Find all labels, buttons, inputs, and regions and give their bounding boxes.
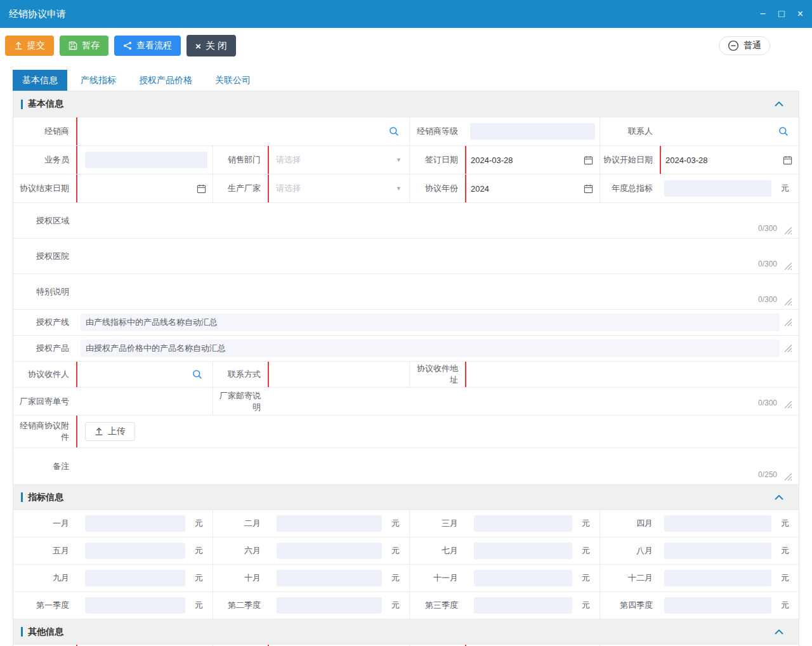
auth-hospital-textarea[interactable]: 0/300 <box>77 239 799 274</box>
row-return-no: 厂家回寄单号 厂家邮寄说明 0/300 <box>13 387 799 415</box>
month-feb-label: 二月 <box>213 510 268 537</box>
month-nov-input[interactable] <box>474 570 572 586</box>
month-may-input[interactable] <box>85 543 185 559</box>
quarter-3-input[interactable] <box>474 597 572 614</box>
tab-product-line-targets[interactable]: 产线指标 <box>71 70 126 91</box>
month-oct-input[interactable] <box>277 570 382 586</box>
chevron-up-icon[interactable] <box>775 630 783 635</box>
month-dec-input[interactable] <box>664 570 771 586</box>
priority-button[interactable]: 普通 <box>719 36 770 55</box>
resize-handle[interactable] <box>784 319 792 327</box>
auth-region-textarea[interactable]: 0/300 <box>77 203 799 238</box>
month-aug-input[interactable] <box>664 543 771 559</box>
row-remark: 备注 0/250 <box>13 447 799 484</box>
search-icon[interactable] <box>389 126 399 136</box>
section-header-indicator[interactable]: 指标信息 <box>13 484 799 510</box>
submit-button[interactable]: 提交 <box>5 36 54 56</box>
resize-handle[interactable] <box>784 262 792 270</box>
start-date-input[interactable]: 2024-03-28 <box>660 146 799 174</box>
row-attachment: 经销商协议附件 上传 <box>13 415 799 447</box>
calendar-icon <box>584 155 593 165</box>
manufacturer-select[interactable]: 请选择 ▼ <box>268 175 410 202</box>
month-feb-input[interactable] <box>277 515 382 532</box>
sales-dept-label: 销售部门 <box>213 146 268 174</box>
tab-related-company[interactable]: 关联公司 <box>206 70 260 91</box>
month-jan-input[interactable] <box>85 515 185 532</box>
chevron-up-icon[interactable] <box>775 102 783 107</box>
month-mar-label: 三月 <box>410 510 466 537</box>
dealer-grade-input[interactable] <box>470 123 595 140</box>
row-recipient: 协议收件人 联系方式 协议收件地址 <box>13 361 799 387</box>
unit-label: 元 <box>190 600 213 611</box>
mail-note-textarea[interactable]: 0/300 <box>268 388 799 415</box>
resize-handle[interactable] <box>784 400 792 409</box>
close-button[interactable]: × <box>797 9 803 19</box>
tab-basic-info[interactable]: 基本信息 <box>13 70 67 91</box>
save-icon <box>69 41 77 50</box>
row-months-3: 九月 元 十月 元 十一月 元 十二月 元 <box>13 564 799 591</box>
contact-search-input[interactable] <box>660 117 799 145</box>
remark-textarea[interactable]: 0/250 <box>77 448 799 484</box>
dealer-grade-cell <box>466 117 600 145</box>
quarter-1-input[interactable] <box>85 597 185 614</box>
save-draft-button[interactable]: 暂存 <box>60 36 108 56</box>
row-salesman: 业务员 销售部门 请选择 ▼ 签订日期 2024-03-28 协议开始日期 20… <box>13 145 799 174</box>
resize-handle[interactable] <box>784 345 792 353</box>
resize-handle[interactable] <box>784 298 792 306</box>
section-title-basic: 基本信息 <box>28 98 63 110</box>
month-sep-input[interactable] <box>85 570 185 586</box>
row-special-note: 特别说明 0/300 <box>13 274 799 309</box>
month-sep-cell: 元 <box>77 565 213 591</box>
month-dec-cell: 元 <box>660 565 799 591</box>
year-input[interactable]: 2024 <box>466 175 600 202</box>
unit-label: 元 <box>577 572 599 584</box>
contact-way-input[interactable] <box>268 362 410 387</box>
auth-line-cell: 由产线指标中的产品线名称自动汇总 <box>77 310 799 335</box>
month-apr-input[interactable] <box>664 515 771 532</box>
row-auth-product: 授权产品 由授权产品价格中的产品名称自动汇总 <box>13 335 799 361</box>
resize-handle[interactable] <box>784 227 792 235</box>
sales-dept-select[interactable]: 请选择 ▼ <box>268 146 410 174</box>
unit-label: 元 <box>577 600 599 611</box>
chevron-down-icon: ▼ <box>396 185 402 192</box>
search-icon[interactable] <box>778 126 789 136</box>
month-nov-cell: 元 <box>466 565 600 591</box>
quarter-1-label: 第一季度 <box>13 592 77 619</box>
end-date-input[interactable] <box>77 175 213 202</box>
year-label: 协议年份 <box>410 175 466 202</box>
auth-product-label: 授权产品 <box>13 336 77 361</box>
month-mar-input[interactable] <box>474 515 572 532</box>
month-jul-label: 七月 <box>410 537 466 564</box>
tab-authorized-product-price[interactable]: 授权产品价格 <box>129 70 202 91</box>
minimize-button[interactable]: − <box>760 9 766 19</box>
recipient-search-input[interactable] <box>77 362 213 387</box>
quarter-2-input[interactable] <box>277 597 382 614</box>
section-header-basic[interactable]: 基本信息 <box>13 91 799 117</box>
salesman-input[interactable] <box>85 152 207 168</box>
month-jul-cell: 元 <box>466 537 600 564</box>
chevron-up-icon[interactable] <box>775 495 783 500</box>
auth-line-value: 由产线指标中的产品线名称自动汇总 <box>81 313 780 331</box>
maximize-button[interactable]: □ <box>778 9 785 19</box>
recipient-addr-input[interactable] <box>466 362 799 387</box>
row-months-1: 一月 元 二月 元 三月 元 四月 元 <box>13 510 799 537</box>
quarter-4-input[interactable] <box>664 597 771 614</box>
return-no-input[interactable] <box>77 388 213 415</box>
annual-total-input[interactable] <box>664 180 771 197</box>
month-jun-input[interactable] <box>277 543 382 559</box>
sign-date-input[interactable]: 2024-03-28 <box>466 146 600 174</box>
special-note-textarea[interactable]: 0/300 <box>77 274 799 309</box>
month-apr-label: 四月 <box>600 510 660 537</box>
char-counter: 0/300 <box>758 260 777 268</box>
resize-handle[interactable] <box>784 473 792 481</box>
quarter-1-cell: 元 <box>77 592 213 619</box>
upload-button[interactable]: 上传 <box>85 422 135 441</box>
close-form-button[interactable]: × 关 闭 <box>187 35 236 56</box>
quarter-2-cell: 元 <box>268 592 410 619</box>
view-flow-button[interactable]: 查看流程 <box>114 36 181 56</box>
month-jul-input[interactable] <box>474 543 572 559</box>
search-icon[interactable] <box>192 369 202 379</box>
section-header-other[interactable]: 其他信息 <box>13 619 799 644</box>
dealer-search-input[interactable] <box>77 117 410 145</box>
row-months-2: 五月 元 六月 元 七月 元 八月 元 <box>13 537 799 564</box>
